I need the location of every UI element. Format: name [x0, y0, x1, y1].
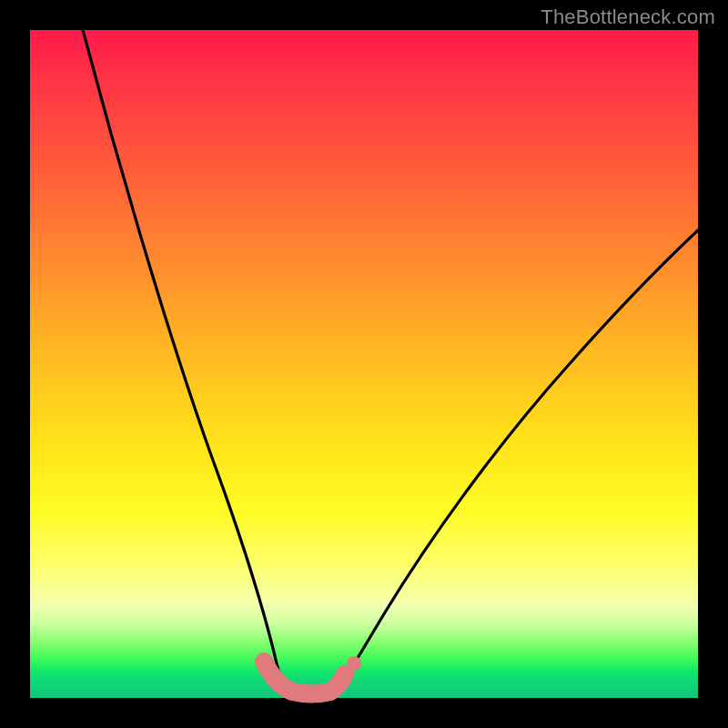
right-curve — [337, 230, 698, 691]
plot-area — [30, 30, 698, 698]
watermark-text: TheBottleneck.com — [541, 5, 715, 29]
curve-svg — [30, 30, 698, 698]
pink-dot — [347, 656, 361, 671]
bottom-pink-band — [264, 662, 345, 694]
left-curve — [83, 30, 288, 691]
chart-frame: TheBottleneck.com — [0, 0, 728, 728]
